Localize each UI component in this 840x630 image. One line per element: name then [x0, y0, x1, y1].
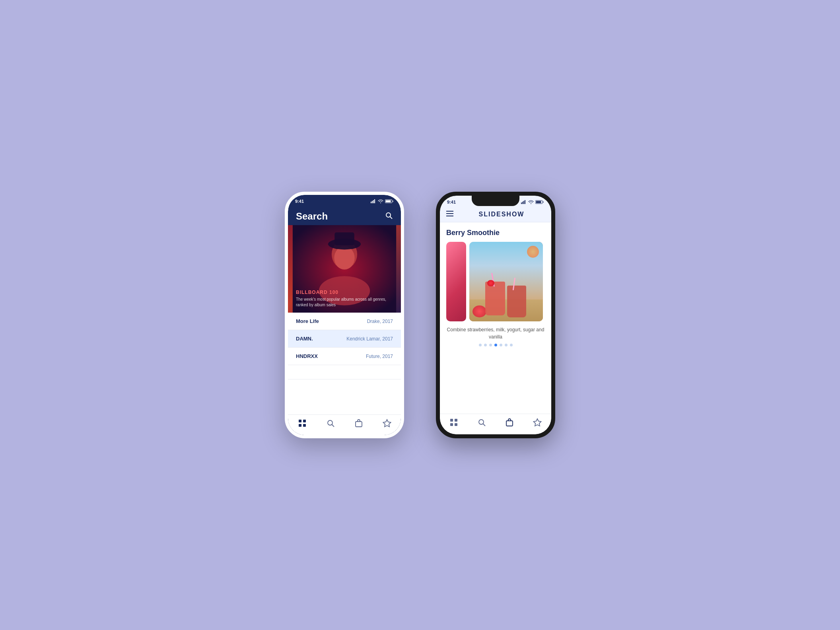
- grid-icon: [298, 419, 307, 428]
- svg-rect-14: [334, 232, 354, 245]
- svg-rect-21: [356, 422, 362, 427]
- hero-image: BILLBOARD 100 The week's most popular al…: [288, 225, 401, 313]
- phone-2-bottom-nav: [440, 414, 551, 434]
- hero-label: BILLBOARD 100: [296, 290, 393, 295]
- phone-2-content: SLIDESHOW Berry Smoothie: [440, 207, 551, 434]
- phone-2-inner: 9:41: [440, 196, 551, 434]
- list-item[interactable]: HNDRXX Future, 2017: [288, 348, 401, 365]
- svg-line-20: [332, 425, 334, 427]
- search-icon: [477, 418, 486, 427]
- star-icon: [533, 418, 542, 427]
- svg-point-19: [328, 420, 332, 425]
- nav-grid-icon[interactable]: [298, 419, 307, 430]
- glass-1: [485, 282, 505, 315]
- list-item[interactable]: More Life Drake, 2017: [288, 313, 401, 330]
- slideshow-main: Berry Smoothie: [440, 222, 551, 414]
- svg-point-37: [479, 420, 484, 424]
- slide-center: [469, 242, 543, 321]
- dot-2[interactable]: [484, 344, 487, 346]
- dot-4-active[interactable]: [494, 344, 497, 346]
- svg-rect-18: [303, 424, 306, 427]
- slideshow-title: SLIDESHOW: [458, 211, 545, 218]
- slideshow-images[interactable]: [446, 242, 545, 321]
- svg-marker-22: [383, 420, 391, 427]
- svg-rect-1: [372, 201, 373, 203]
- list-item-title: HNDRXX: [296, 353, 318, 359]
- phone-1: 9:41: [285, 192, 404, 438]
- svg-line-8: [390, 216, 393, 219]
- dot-3[interactable]: [489, 344, 492, 346]
- svg-rect-17: [299, 424, 301, 427]
- nav-star-icon[interactable]: [383, 419, 391, 430]
- slide-left: [446, 242, 466, 321]
- signal-icon: [521, 200, 527, 204]
- phone-1-status-icons: [371, 199, 394, 203]
- phone-1-notch: [321, 195, 368, 205]
- battery-icon: [385, 199, 394, 203]
- svg-rect-26: [525, 200, 525, 204]
- nav-bag-icon[interactable]: [505, 418, 514, 429]
- search-icon-button[interactable]: [385, 212, 393, 222]
- nav-search-icon[interactable]: [326, 419, 335, 430]
- hamburger-menu-icon[interactable]: [446, 211, 453, 218]
- wifi-icon: [378, 199, 383, 203]
- dot-6[interactable]: [505, 344, 508, 346]
- list-item-title: More Life: [296, 318, 319, 324]
- search-icon: [326, 419, 335, 428]
- slideshow-dots: [446, 344, 545, 346]
- straw-2: [513, 278, 515, 290]
- nav-star-icon[interactable]: [533, 418, 542, 429]
- smoothie-background: [469, 242, 543, 321]
- grid-icon: [449, 418, 458, 427]
- fruit-orange: [527, 246, 539, 258]
- svg-rect-39: [506, 421, 513, 426]
- list-item-title: DAMN.: [296, 336, 313, 342]
- svg-rect-2: [373, 200, 374, 203]
- svg-rect-29: [543, 201, 544, 203]
- bottom-nav: [288, 414, 401, 435]
- svg-rect-3: [374, 199, 375, 203]
- svg-point-11: [334, 246, 354, 270]
- phone-1-content: Search: [288, 206, 401, 435]
- svg-rect-28: [536, 201, 541, 203]
- dot-5[interactable]: [500, 344, 502, 346]
- nav-bag-icon[interactable]: [354, 419, 363, 430]
- hamburger-icon: [446, 211, 453, 216]
- list-item-sub: Drake, 2017: [367, 319, 393, 324]
- star-icon: [383, 419, 391, 428]
- recipe-description: Combine strawberries, milk, yogurt, suga…: [446, 326, 545, 340]
- svg-rect-23: [521, 202, 522, 204]
- phone-2-time: 9:41: [447, 200, 456, 204]
- list-item-highlighted[interactable]: DAMN. Kendrick Lamar, 2017: [288, 330, 401, 348]
- svg-rect-6: [393, 200, 393, 202]
- svg-rect-16: [303, 420, 306, 422]
- nav-grid-icon[interactable]: [449, 418, 458, 429]
- dot-1[interactable]: [479, 344, 482, 346]
- phone-1-time: 9:41: [295, 199, 304, 204]
- search-header: Search: [288, 206, 401, 225]
- svg-line-38: [483, 424, 486, 426]
- list-item-sub: Future, 2017: [366, 354, 393, 359]
- hero-description: The week's most popular albums across al…: [296, 297, 393, 308]
- glass-2: [507, 286, 526, 317]
- bag-icon: [505, 418, 514, 427]
- phone-1-inner: 9:41: [288, 195, 401, 435]
- svg-rect-15: [299, 420, 301, 422]
- dot-7[interactable]: [510, 344, 513, 346]
- svg-rect-5: [386, 200, 391, 202]
- phone-2-notch: [472, 196, 519, 206]
- svg-rect-25: [523, 201, 524, 204]
- svg-rect-36: [455, 423, 457, 426]
- svg-rect-34: [455, 419, 457, 422]
- list-item-empty: [288, 365, 401, 379]
- svg-rect-24: [522, 202, 523, 204]
- hero-overlay: BILLBOARD 100 The week's most popular al…: [288, 285, 401, 313]
- page-wrapper: 9:41: [261, 168, 579, 462]
- recipe-title: Berry Smoothie: [446, 229, 545, 237]
- svg-marker-40: [534, 419, 541, 426]
- search-title: Search: [296, 211, 328, 222]
- slideshow-header: SLIDESHOW: [440, 207, 551, 222]
- strawberry: [472, 305, 486, 317]
- nav-search-icon[interactable]: [477, 418, 486, 429]
- list-area: More Life Drake, 2017 DAMN. Kendrick Lam…: [288, 313, 401, 414]
